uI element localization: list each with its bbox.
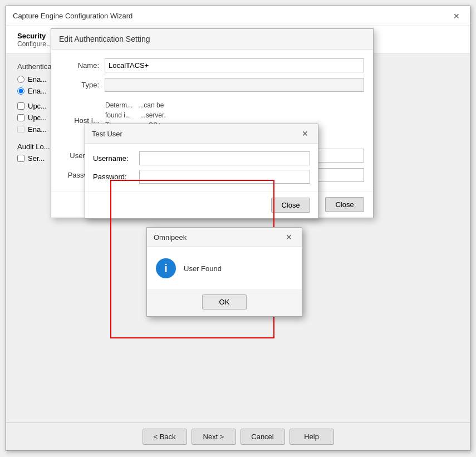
- test-password-label: Password:: [93, 173, 135, 181]
- checkbox-1[interactable]: [17, 102, 24, 110]
- omnipeek-dialog: Omnipeek ✕ i User Found OK: [146, 227, 302, 317]
- audit-checkbox-label: Ser...: [28, 154, 45, 163]
- test-user-title: Test User: [92, 130, 122, 138]
- test-user-dialog: Test User ✕ Username: Password: Close: [85, 124, 318, 219]
- edit-auth-title: Edit Authentication Setting: [59, 35, 150, 43]
- audit-checkbox[interactable]: [17, 155, 24, 162]
- test-user-footer: Close: [85, 191, 318, 218]
- test-username-label: Username:: [93, 154, 135, 163]
- type-label: Type:: [60, 81, 99, 89]
- test-password-input[interactable]: [139, 170, 310, 184]
- radio-2-label: Ena...: [28, 87, 47, 95]
- next-button[interactable]: Next >: [192, 429, 236, 445]
- test-user-close-button[interactable]: ✕: [299, 129, 311, 139]
- omnipeek-titlebar: Omnipeek ✕: [147, 228, 302, 247]
- wizard-window: Capture Engine Configuration Wizard ✕ Se…: [6, 6, 470, 451]
- edit-auth-dialog: Edit Authentication Setting Name: Type: …: [51, 28, 374, 218]
- checkbox-2[interactable]: [17, 114, 24, 121]
- wizard-titlebar: Capture Engine Configuration Wizard ✕: [6, 6, 470, 26]
- omnipeek-ok-button[interactable]: OK: [202, 294, 247, 309]
- test-user-titlebar: Test User ✕: [85, 124, 318, 144]
- help-button[interactable]: Help: [289, 429, 334, 445]
- checkbox-3-label: Ena...: [28, 125, 47, 134]
- checkbox-1-label: Upc...: [28, 102, 47, 110]
- back-button[interactable]: < Back: [143, 429, 187, 445]
- omnipeek-message: User Found: [184, 264, 222, 273]
- wizard-footer: < Back Next > Cancel Help: [6, 422, 470, 450]
- omnipeek-close-button[interactable]: ✕: [283, 232, 295, 242]
- checkbox-2-label: Upc...: [28, 114, 47, 122]
- radio-1[interactable]: [17, 76, 24, 83]
- info-icon: i: [156, 258, 176, 278]
- test-password-row: Password:: [93, 170, 310, 184]
- checkbox-3[interactable]: [17, 126, 24, 133]
- type-row: Type:: [60, 78, 364, 92]
- test-username-row: Username:: [93, 151, 310, 165]
- cancel-button[interactable]: Cancel: [241, 429, 285, 445]
- test-username-input[interactable]: [139, 151, 310, 165]
- test-user-close-btn[interactable]: Close: [271, 198, 310, 213]
- wizard-close-button[interactable]: ✕: [450, 11, 463, 22]
- omnipeek-body: i User Found: [147, 247, 302, 289]
- type-input[interactable]: [105, 78, 364, 92]
- wizard-title: Capture Engine Configuration Wizard: [13, 12, 133, 20]
- edit-auth-close-btn[interactable]: Close: [325, 197, 364, 212]
- omnipeek-title: Omnipeek: [154, 233, 187, 242]
- radio-2[interactable]: [17, 87, 24, 95]
- test-user-body: Username: Password:: [85, 144, 318, 191]
- radio-1-label: Ena...: [28, 75, 47, 83]
- omnipeek-footer: OK: [147, 289, 302, 316]
- name-row: Name:: [60, 58, 364, 72]
- edit-auth-titlebar: Edit Authentication Setting: [51, 29, 373, 50]
- name-label: Name:: [60, 61, 99, 70]
- name-input[interactable]: [105, 58, 364, 72]
